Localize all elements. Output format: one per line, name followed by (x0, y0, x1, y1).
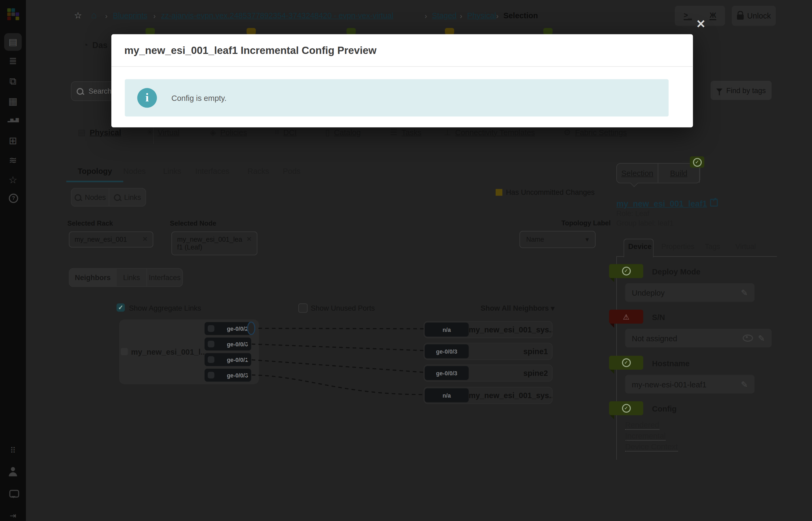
tab-dashboard-partial[interactable]: ◔ Das (83, 41, 108, 51)
sidebar-item-apps[interactable]: ⠿ (0, 447, 26, 454)
neighbor-row[interactable]: n/a my_new_esi_001_sys... (424, 321, 553, 338)
unlock-label: Unlock (747, 11, 771, 20)
link-line (245, 344, 424, 350)
node-checkbox[interactable] (121, 348, 128, 355)
breadcrumb-separator: › (153, 12, 156, 20)
neighbor-row[interactable]: n/a my_new_esi_001_sys... (424, 387, 553, 404)
tab-properties[interactable]: Properties (661, 242, 695, 251)
lock-icon (737, 15, 744, 20)
topology-label-select[interactable]: Name ▾ (519, 231, 596, 248)
find-by-tags-button[interactable]: Find by tags (710, 81, 772, 100)
sidebar-item-blueprints[interactable]: ▤ (4, 33, 22, 51)
alert-message: Config is empty. (172, 93, 226, 102)
link-line (245, 359, 424, 372)
search-icon (114, 194, 120, 201)
tasks-list-icon: ☰ (390, 127, 398, 137)
show-all-neighbors-dropdown[interactable]: Show All Neighbors ▾ (480, 304, 555, 312)
check-circle-icon: ✓ (693, 158, 701, 166)
tab-device[interactable]: Device (628, 242, 652, 251)
subtab-racks[interactable]: Racks (248, 166, 269, 176)
neighbor-port-chip[interactable]: ge-0/0/3 (425, 366, 469, 380)
favorites-star-icon: ☆ (8, 174, 18, 185)
uncommitted-changes-swatch (496, 189, 502, 196)
port-checkbox[interactable] (208, 325, 215, 332)
sidebar-item-design[interactable]: ⧉ (0, 76, 26, 86)
subtab-links[interactable]: Links (163, 166, 181, 176)
tab-neighbor-links[interactable]: Links (116, 269, 147, 287)
remove-node-icon[interactable]: ✕ (247, 235, 252, 251)
show-unused-ports-checkbox[interactable] (298, 303, 308, 313)
subtab-topology[interactable]: Topology (78, 166, 112, 176)
port-checkbox[interactable] (208, 356, 215, 363)
tab-neighbor-interfaces[interactable]: Interfaces (147, 269, 182, 287)
sidebar-item-help[interactable]: ? (9, 194, 18, 203)
breadcrumb-staged[interactable]: Staged (432, 11, 457, 20)
neighbor-row[interactable]: ge-0/0/3 spine2 (424, 365, 553, 382)
sidebar-item-external-systems[interactable]: ⊞ (0, 136, 26, 146)
search-links-button[interactable]: Links (109, 188, 145, 206)
tab-tags[interactable]: Tags (705, 242, 720, 251)
node-role: Role: Leaf (616, 209, 649, 218)
breadcrumb-physical[interactable]: Physical (467, 11, 496, 20)
user-profile-icon[interactable] (11, 467, 15, 471)
breadcrumb-blueprints[interactable]: Blueprints (113, 11, 148, 20)
sidebar-item-platform[interactable]: ≋ (0, 155, 26, 165)
subtab-interfaces[interactable]: Interfaces (195, 166, 229, 176)
sidebar-item-analytics[interactable]: ▂▆▃▇ (0, 118, 26, 122)
hostname-status-ribbon: ✓ (609, 356, 643, 370)
modal-title: my_new_esi_001_leaf1 Incremental Config … (124, 45, 377, 56)
neighbor-view-tabs: Neighbors Links Interfaces (69, 268, 183, 287)
check-circle-icon: ✓ (622, 404, 631, 413)
gear-icon: ⚙ (564, 127, 571, 137)
eye-icon[interactable] (743, 335, 753, 342)
bug-icon[interactable]: Ж (710, 11, 716, 20)
topology-search-buttons: Nodes Links (71, 188, 146, 207)
sidebar-item-logout[interactable]: ⇥ (0, 512, 26, 519)
sidebar-item-resources[interactable]: ▦ (0, 96, 26, 106)
external-link-icon[interactable] (710, 199, 718, 207)
tab-selection[interactable]: Selection (617, 164, 658, 183)
neighbor-port-chip[interactable]: n/a (425, 322, 469, 336)
breadcrumb-blueprint-name[interactable]: zz-ajarvis-evpn.vex.2485377892354-374324… (161, 11, 393, 20)
tab-neighbors[interactable]: Neighbors (69, 269, 117, 287)
status-chip-fragment (145, 28, 155, 35)
search-nodes-button[interactable]: Nodes (71, 188, 109, 206)
subtab-pods[interactable]: Pods (283, 166, 300, 176)
sidebar-item-devices[interactable]: ≣ (0, 56, 26, 66)
port-checkbox[interactable] (208, 372, 215, 379)
sn-title: S/N (652, 313, 665, 322)
active-subtab-indicator (66, 181, 123, 182)
sidebar-item-favorites[interactable]: ☆ (0, 175, 26, 185)
edit-icon[interactable]: ✎ (741, 379, 748, 389)
neighbor-port-chip[interactable]: n/a (425, 388, 469, 402)
subtab-nodes[interactable]: Nodes (123, 166, 146, 176)
edit-icon[interactable]: ✎ (741, 288, 748, 297)
selected-rack-chip[interactable]: my_new_esi_001 ✕ (69, 231, 154, 248)
show-aggregate-links-checkbox[interactable]: ✓ (116, 303, 125, 312)
close-icon[interactable]: ✕ (696, 18, 706, 31)
check-circle-icon: ✓ (622, 358, 631, 367)
edit-icon[interactable]: ✎ (758, 333, 765, 343)
home-icon[interactable]: ⌂ (91, 10, 97, 21)
chat-icon[interactable] (9, 490, 19, 498)
info-icon: i (137, 88, 157, 108)
tab-virtual-panel[interactable]: Virtual (736, 242, 756, 251)
selected-node-chip[interactable]: my_new_esi_001_leaf1 (Leaf) ✕ (172, 231, 257, 255)
apstra-logo[interactable] (7, 8, 21, 22)
sn-status-ribbon: ⚠ (609, 310, 643, 323)
config-device-context-link[interactable]: Device Context (625, 442, 678, 452)
config-rendered-link[interactable]: Rendered (625, 421, 659, 430)
terminal-icon[interactable]: >_ (684, 11, 692, 20)
port-checkbox[interactable] (208, 341, 215, 347)
neighbor-port-chip[interactable]: ge-0/0/3 (425, 344, 469, 358)
find-by-tags-label: Find by tags (726, 86, 766, 94)
hostname-field: my-new-esi-001-leaf1 ✎ (625, 375, 755, 393)
virtual-network-icon: ✳ (146, 127, 154, 137)
unlock-button[interactable]: Unlock (732, 6, 776, 26)
favorite-star-icon[interactable]: ☆ (74, 10, 82, 21)
deploy-mode-status-ribbon: ✓ (609, 264, 643, 278)
node-link[interactable]: my_new_esi_001_leaf1 (616, 199, 707, 208)
remove-rack-icon[interactable]: ✕ (142, 235, 148, 243)
neighbor-row[interactable]: ge-0/0/3 spine1 (424, 343, 553, 360)
config-incremental-link[interactable]: Incremental (625, 431, 666, 441)
